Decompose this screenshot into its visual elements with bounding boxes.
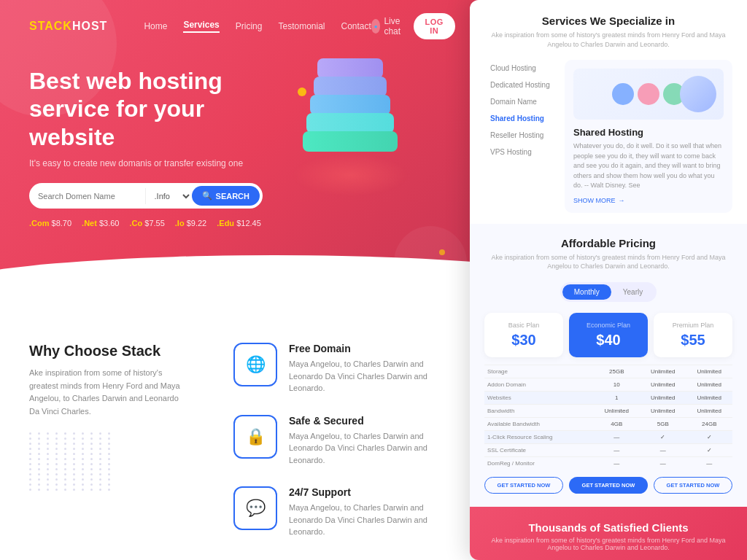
nav-links: Home Services Pricing Testomonial Contac…: [144, 20, 371, 33]
service-active-desc: Whatever you do, do it well. Do it so we…: [573, 141, 724, 191]
tld-selector[interactable]: .Info .Com .Net: [145, 188, 192, 204]
plan-basic-price: $30: [490, 332, 557, 349]
tab-yearly[interactable]: Yearly: [611, 284, 654, 300]
hero-section: STACKHOST Home Services Pricing Testomon…: [0, 0, 481, 314]
row-val-2: —: [640, 443, 686, 456]
nav-services[interactable]: Services: [183, 20, 219, 33]
free-domain-icon: 🌐: [233, 343, 277, 386]
plan-economic-price: $40: [575, 332, 642, 349]
btn-premium[interactable]: GET STARTED NOW: [654, 477, 732, 494]
service-active-name: Shared Hosting: [573, 127, 724, 138]
why-choose-text: Ake inspiration from some of history's g…: [29, 367, 190, 418]
services-layout: Cloud Hosting Dedicated Hosting Domain N…: [484, 60, 732, 213]
feature-text-2: Maya Angelou, to Charles Darwin and Leon…: [289, 430, 452, 467]
plan-buttons: GET STARTED NOW GET STARTED NOW GET STAR…: [484, 477, 732, 494]
row-val-1: 1: [594, 391, 640, 404]
tab-monthly[interactable]: Monthly: [562, 284, 611, 300]
row-label: SSL Certificate: [484, 443, 594, 456]
safe-secured-icon: 🔒: [233, 415, 277, 459]
service-illustration: [573, 69, 724, 120]
row-val-1: 10: [594, 378, 640, 391]
row-val-1: —: [594, 430, 640, 443]
feature-title-1: Free Domain: [289, 343, 452, 354]
feature-title-2: Safe & Secured: [289, 415, 452, 427]
nav-pricing[interactable]: Pricing: [236, 21, 263, 31]
features-list: 🌐 Free Domain Maya Angelou, to Charles D…: [233, 343, 452, 559]
search-button[interactable]: 🔍 SEARCH: [192, 186, 260, 206]
row-val-2: ✓: [640, 430, 686, 443]
services-menu: Cloud Hosting Dedicated Hosting Domain N…: [484, 60, 557, 213]
why-choose: Why Choose Stack Ake inspiration from so…: [29, 343, 190, 559]
row-val-2: Unlimited: [640, 378, 686, 391]
row-val-3: Unlimited: [686, 378, 733, 391]
pricing-table: Storage 25GB Unlimited Unlimited Addon D…: [484, 365, 732, 470]
btn-economic[interactable]: GET STARTED NOW: [569, 477, 648, 494]
row-val-1: —: [594, 456, 640, 470]
tld-io: .Io $9.22: [175, 219, 206, 228]
service-detail: Shared Hosting Whatever you do, do it we…: [565, 60, 732, 213]
row-val-3: Unlimited: [686, 404, 733, 417]
hero-subtitle: It's easy to create new domanis or trans…: [29, 158, 452, 168]
bottom-section: Why Choose Stack Ake inspiration from so…: [0, 314, 481, 560]
table-row: Storage 25GB Unlimited Unlimited: [484, 365, 732, 378]
feature-text-1: Maya Angelou, to Charles Darwin and Leon…: [289, 358, 452, 394]
row-val-3: ✓: [686, 430, 733, 443]
pricing-tabs: Monthly Yearly: [560, 282, 657, 302]
why-choose-title: Why Choose Stack: [29, 343, 190, 359]
plan-premium-price: $55: [659, 332, 727, 349]
row-val-2: 5GB: [640, 417, 686, 430]
hero-content: Best web hosting service for your websit…: [0, 52, 481, 228]
service-more-link[interactable]: SHOW MORE →: [573, 197, 724, 204]
hero-title: Best web hosting service for your websit…: [29, 67, 263, 151]
row-val-2: Unlimited: [640, 391, 686, 404]
tld-edu: .Edu $12.45: [217, 219, 261, 228]
hero-wave: [0, 255, 481, 314]
service-vps[interactable]: VPS Hosting: [484, 144, 557, 160]
row-val-2: Unlimited: [640, 365, 686, 378]
service-dedicated[interactable]: Dedicated Hosting: [484, 77, 557, 93]
tld-com: .Com $8.70: [29, 219, 71, 228]
nav-home[interactable]: Home: [144, 21, 167, 31]
row-label: Websites: [484, 391, 594, 404]
live-chat-icon: [371, 19, 381, 34]
services-subtitle: Ake inspiration from some of history's g…: [484, 31, 732, 49]
feature-text-3: Maya Angelou, to Charles Darwin and Leon…: [289, 502, 452, 538]
search-input[interactable]: [38, 192, 145, 201]
row-val-3: 24GB: [686, 417, 733, 430]
login-button[interactable]: LOG IN: [414, 13, 455, 39]
domain-search-bar: .Info .Com .Net 🔍 SEARCH: [29, 183, 263, 209]
pricing-title: Affordable Pricing: [484, 237, 732, 249]
row-val-2: Unlimited: [640, 404, 686, 417]
row-label: DomReg / Monitor: [484, 456, 594, 470]
feature-title-3: 24/7 Support: [289, 486, 452, 498]
services-title: Services We Specialize in: [484, 15, 732, 27]
row-val-3: ✓: [686, 443, 733, 456]
tld-net: .Net $3.60: [82, 219, 119, 228]
row-val-2: —: [640, 456, 686, 470]
search-icon: 🔍: [202, 191, 212, 201]
pricing-section: Affordable Pricing Ake inspiration from …: [470, 224, 747, 507]
testimonials-subtitle: Ake inspiration from some of history's g…: [484, 537, 732, 551]
row-val-1: 4GB: [594, 417, 640, 430]
feature-safe-secured: 🔒 Safe & Secured Maya Angelou, to Charle…: [233, 415, 452, 467]
table-row: 1-Click Resource Scaling — ✓ ✓: [484, 430, 732, 443]
dots-pattern: document.addEventListener('DOMContentLoa…: [29, 432, 190, 491]
tld-prices: .Com $8.70 .Net $3.60 .Co $7.55 .Io $9.2…: [29, 219, 452, 228]
table-row: Bandwidth Unlimited Unlimited Unlimited: [484, 404, 732, 417]
service-reseller[interactable]: Reseller Hosting: [484, 127, 557, 144]
testimonials-title: Thousands of Satisfied Clients: [484, 521, 732, 534]
live-chat[interactable]: Live chat: [371, 16, 406, 36]
btn-basic[interactable]: GET STARTED NOW: [484, 477, 563, 494]
table-row: SSL Certificate — — ✓: [484, 443, 732, 456]
nav-contact[interactable]: Contact: [341, 21, 371, 31]
row-val-3: Unlimited: [686, 391, 733, 404]
nav-testimonial[interactable]: Testomonial: [278, 21, 325, 31]
services-section: Services We Specialize in Ake inspiratio…: [470, 0, 747, 224]
plan-economic-name: Economic Plan: [575, 322, 642, 329]
service-domain[interactable]: Domain Name: [484, 93, 557, 110]
service-shared[interactable]: Shared Hosting: [484, 110, 557, 127]
service-cloud[interactable]: Cloud Hosting: [484, 60, 557, 77]
table-row: Websites 1 Unlimited Unlimited: [484, 391, 732, 404]
logo: STACKHOST: [29, 20, 107, 33]
table-row: Available Bandwidth 4GB 5GB 24GB: [484, 417, 732, 430]
